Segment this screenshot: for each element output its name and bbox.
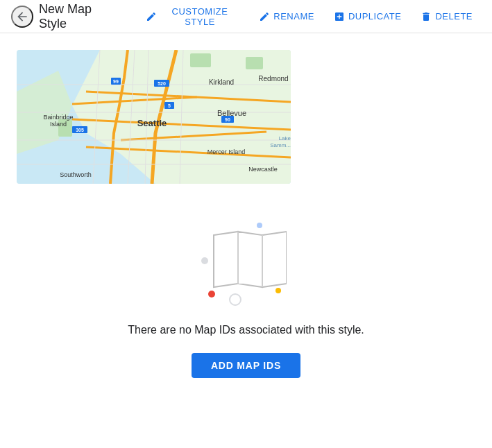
empty-state: There are no Map IDs associated with thi… — [17, 195, 475, 384]
map-illustration — [191, 209, 302, 313]
svg-text:305: 305 — [76, 128, 84, 132]
svg-rect-17 — [190, 53, 211, 67]
svg-text:Southworth: Southworth — [60, 171, 92, 178]
main-content: 99 5 520 90 305 Bainbridge Island Seattl… — [0, 33, 492, 400]
svg-text:Newcastle: Newcastle — [248, 166, 278, 173]
svg-text:90: 90 — [225, 117, 230, 122]
delete-button[interactable]: DELETE — [412, 7, 481, 26]
add-map-ids-button[interactable]: ADD MAP IDS — [192, 353, 300, 378]
no-map-ids-text: There are no Map IDs associated with thi… — [128, 324, 364, 336]
delete-label: DELETE — [435, 11, 473, 21]
svg-text:Bellevue: Bellevue — [217, 109, 246, 117]
dot-gray-left — [201, 257, 208, 264]
header-actions: CUSTOMIZE STYLE RENAME DUPLICATE DELETE — [137, 2, 481, 31]
svg-text:Samm...: Samm... — [270, 142, 291, 148]
svg-marker-43 — [238, 232, 262, 287]
header: New Map Style CUSTOMIZE STYLE RENAME DUP… — [0, 0, 492, 33]
svg-text:Seattle: Seattle — [137, 118, 167, 128]
svg-text:Island: Island — [50, 121, 67, 128]
duplicate-label: DUPLICATE — [348, 11, 402, 21]
duplicate-button[interactable]: DUPLICATE — [325, 7, 410, 26]
rename-label: RENAME — [273, 11, 314, 21]
svg-marker-42 — [214, 232, 238, 287]
customize-style-label: CUSTOMIZE STYLE — [160, 6, 240, 27]
rename-button[interactable]: RENAME — [251, 7, 323, 26]
svg-text:Redmond: Redmond — [258, 75, 288, 83]
svg-text:Lake: Lake — [279, 135, 291, 141]
customize-style-button[interactable]: CUSTOMIZE STYLE — [137, 2, 248, 31]
svg-text:Kirkland: Kirkland — [209, 78, 234, 86]
svg-rect-18 — [246, 57, 263, 69]
map-thumbnail: 99 5 520 90 305 Bainbridge Island Seattl… — [17, 50, 291, 184]
dot-light-circle — [229, 293, 241, 306]
dot-blue-top — [257, 223, 262, 228]
dot-red — [208, 291, 215, 298]
svg-text:520: 520 — [158, 81, 166, 86]
svg-text:Mercer Island: Mercer Island — [207, 148, 246, 155]
svg-text:Bainbridge: Bainbridge — [43, 114, 73, 121]
svg-text:5: 5 — [168, 103, 171, 108]
svg-text:99: 99 — [113, 79, 119, 84]
page-title: New Map Style — [39, 2, 121, 31]
back-button[interactable] — [11, 6, 33, 28]
svg-marker-44 — [262, 232, 287, 287]
